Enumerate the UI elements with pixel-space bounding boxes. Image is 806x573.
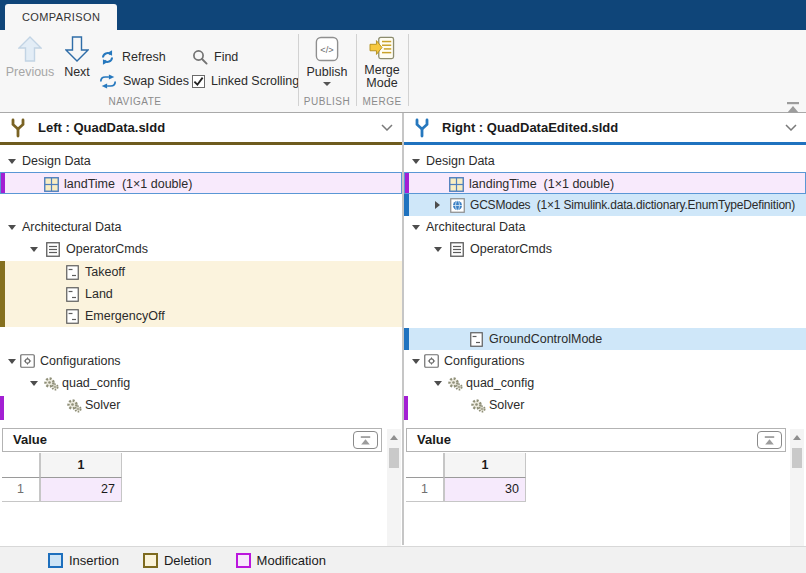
collapse-up-icon (764, 436, 775, 445)
chevron-down-icon[interactable] (381, 124, 393, 131)
tree-item-architectural-data[interactable]: Architectural Data (0, 216, 402, 238)
tree-item-emergencyoff[interactable]: EmergencyOff (0, 305, 402, 327)
expander-down-icon[interactable] (30, 381, 38, 386)
matrix-data-icon (449, 177, 464, 192)
expander-down-icon[interactable] (412, 359, 420, 364)
tree-item-groundcontrolmode[interactable]: GroundControlMode (404, 328, 806, 350)
expander-down-icon[interactable] (30, 247, 38, 252)
table-value-cell[interactable]: 30 (444, 478, 526, 502)
tree-label: quad_config (62, 372, 130, 394)
legend-insertion: Insertion (48, 553, 119, 568)
expander-down-icon[interactable] (8, 159, 16, 164)
legend-modification: Modification (236, 553, 326, 568)
value-panel-title: Value (417, 429, 451, 451)
tree-item-gcsmodes[interactable]: GCSModes (1×1 Simulink.data.dictionary.E… (404, 194, 806, 216)
tree-item-configurations[interactable]: Configurations (404, 350, 806, 372)
tree-item-quad-config[interactable]: quad_config (404, 372, 806, 394)
enum-member-icon (470, 332, 483, 347)
branch-compare-icon (9, 118, 27, 138)
tree-item-solver[interactable]: Solver (404, 394, 806, 416)
tree-label: Solver (85, 394, 120, 416)
legend-insertion-label: Insertion (69, 553, 119, 568)
legend-modification-label: Modification (257, 553, 326, 568)
expander-down-icon[interactable] (8, 359, 16, 364)
expander-down-icon[interactable] (434, 381, 442, 386)
next-button[interactable]: Next (58, 36, 96, 79)
collapse-value-panel-button[interactable] (353, 431, 378, 449)
gears-icon (470, 398, 486, 413)
tree-item-configurations[interactable]: Configurations (0, 350, 402, 372)
right-comparison-panel: Right : QuadDataEdited.sldd Design Data … (404, 113, 806, 545)
legend-deletion-label: Deletion (164, 553, 212, 568)
tree-label: OperatorCmds (66, 238, 148, 260)
tree-item-quad-config[interactable]: quad_config (0, 372, 402, 394)
tree-item-landingtime[interactable]: landingTime (1×1 double) (404, 172, 806, 194)
collapse-value-panel-button[interactable] (757, 431, 782, 449)
tree-item-design-data[interactable]: Design Data (0, 150, 402, 172)
left-panel-title: Left : QuadData.sldd (38, 113, 165, 142)
tree-item-architectural-data[interactable]: Architectural Data (404, 216, 806, 238)
tree-label: Solver (489, 394, 524, 416)
find-button[interactable]: Find (192, 47, 238, 67)
enum-list-icon (46, 242, 60, 257)
linked-scrolling-checkbox[interactable]: Linked Scrolling (192, 71, 299, 91)
right-panel-header[interactable]: Right : QuadDataEdited.sldd (404, 113, 806, 145)
table-value-cell[interactable]: 27 (40, 478, 122, 502)
modification-bar (1, 173, 5, 193)
branch-compare-icon (413, 118, 431, 138)
merge-doc-icon (369, 36, 395, 60)
tree-label: GroundControlMode (489, 328, 602, 350)
linked-scrolling-label: Linked Scrolling (211, 74, 299, 88)
left-accent-bar (0, 142, 402, 145)
enum-member-icon (66, 265, 79, 280)
group-label-merge: MERGE (357, 96, 407, 107)
tree-item-operatorcmds[interactable]: OperatorCmds (404, 238, 806, 260)
publish-button[interactable]: Publish (299, 36, 355, 86)
scrollbar-thumb[interactable] (389, 448, 399, 468)
tree-item-landtime[interactable]: landTime (1×1 double) (0, 172, 402, 194)
right-accent-bar (404, 142, 806, 145)
publish-code-icon (315, 36, 339, 62)
tree-item-solver[interactable]: Solver (0, 394, 402, 416)
left-comparison-panel: Left : QuadData.sldd Design Data landTim… (0, 113, 402, 545)
previous-button[interactable]: Previous (6, 36, 54, 79)
expander-down-icon[interactable] (412, 225, 420, 230)
tab-comparison-label: COMPARISON (22, 11, 100, 23)
tree-item-takeoff[interactable]: Takeoff (0, 261, 402, 283)
swap-sides-icon (99, 74, 117, 89)
scroll-up-icon[interactable] (390, 435, 398, 440)
table-corner-cell (406, 453, 444, 478)
enum-type-icon (450, 198, 465, 213)
refresh-icon (99, 49, 116, 66)
configurations-icon (20, 354, 35, 368)
arrow-up-icon (18, 36, 42, 62)
chevron-down-icon[interactable] (785, 124, 797, 131)
scroll-up-icon[interactable] (793, 435, 801, 440)
left-panel-header[interactable]: Left : QuadData.sldd (0, 113, 402, 145)
tree-label: Land (85, 283, 113, 305)
refresh-button[interactable]: Refresh (99, 47, 166, 67)
swap-sides-button[interactable]: Swap Sides (99, 71, 189, 91)
tree-label: Architectural Data (426, 216, 525, 238)
tree-item-operatorcmds[interactable]: OperatorCmds (0, 238, 402, 260)
tree-item-land[interactable]: Land (0, 283, 402, 305)
comparison-tool-window: COMPARISON Previous Next Refresh Swap Si… (0, 0, 806, 573)
expander-down-icon[interactable] (412, 159, 420, 164)
arrow-down-icon (65, 36, 89, 62)
right-panel-title: Right : QuadDataEdited.sldd (442, 113, 618, 142)
tree-label: landTime (1×1 double) (64, 173, 192, 195)
checkbox-checked-icon[interactable] (192, 75, 205, 88)
expander-right-icon[interactable] (435, 201, 440, 209)
expander-down-icon[interactable] (8, 225, 16, 230)
table-row-header: 1 (406, 478, 444, 502)
tab-comparison[interactable]: COMPARISON (5, 4, 117, 30)
refresh-label: Refresh (122, 50, 166, 64)
merge-mode-label: Merge Mode (357, 64, 407, 90)
table-column-header: 1 (444, 453, 526, 478)
publish-dropdown-caret-icon[interactable] (323, 82, 331, 86)
collapse-up-icon (360, 436, 371, 445)
merge-mode-button[interactable]: Merge Mode (357, 36, 407, 90)
tree-item-design-data[interactable]: Design Data (404, 150, 806, 172)
scrollbar-thumb[interactable] (792, 448, 802, 468)
expander-down-icon[interactable] (434, 247, 442, 252)
